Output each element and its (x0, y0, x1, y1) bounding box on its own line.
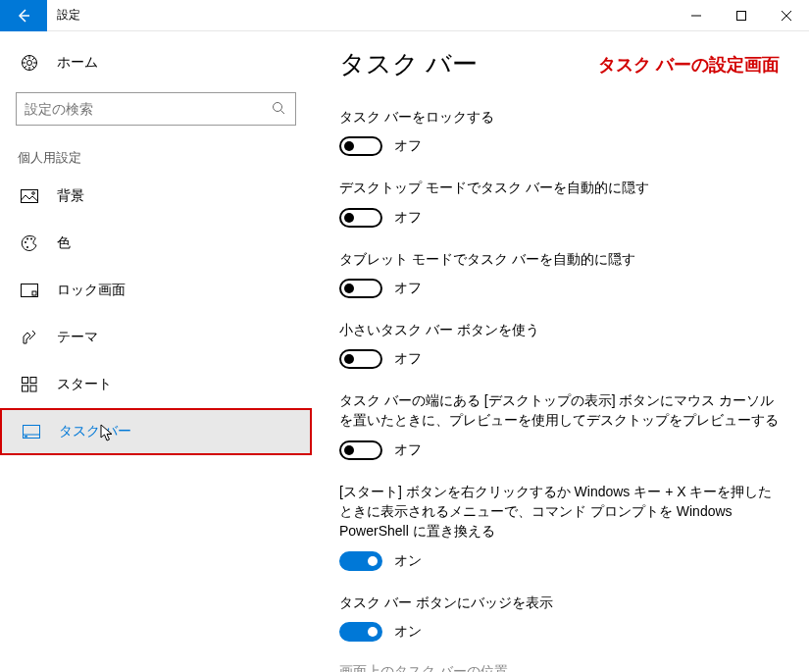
toggle-state-text: オフ (394, 209, 422, 227)
start-icon (20, 375, 39, 394)
sidebar: ホーム 個人用設定 背景 色 (0, 31, 312, 672)
back-button[interactable] (0, 0, 47, 31)
toggle-state-text: オン (394, 623, 422, 641)
toggle-state-text: オフ (394, 441, 422, 459)
sidebar-item-background[interactable]: 背景 (0, 173, 312, 220)
svg-point-15 (274, 102, 282, 111)
taskbar-icon (22, 422, 41, 441)
search-input[interactable] (17, 97, 262, 121)
toggle-autohide-tablet[interactable] (339, 279, 382, 298)
toggle-powershell-replace[interactable] (339, 551, 382, 571)
sidebar-item-label: 色 (57, 234, 71, 252)
sidebar-item-label: テーマ (57, 329, 98, 346)
annotation-text: タスク バーの設定画面 (598, 47, 780, 77)
svg-rect-25 (23, 378, 28, 384)
setting-show-badges: タスク バー ボタンにバッジを表示 オン (339, 593, 780, 642)
toggle-peek-preview[interactable] (339, 440, 382, 460)
svg-rect-31 (25, 436, 27, 438)
header-row: タスク バー タスク バーの設定画面 (339, 47, 780, 81)
window-title: 設定 (47, 7, 674, 24)
svg-rect-28 (30, 386, 36, 391)
setting-label: タスク バーをロックする (339, 107, 780, 127)
toggle-state-text: オフ (394, 137, 422, 155)
themes-icon (20, 328, 39, 347)
svg-rect-17 (22, 190, 38, 203)
setting-label: デスクトップ モードでタスク バーを自動的に隠す (339, 178, 780, 197)
maximize-button[interactable] (719, 0, 764, 31)
arrow-left-icon (16, 8, 31, 24)
svg-line-12 (32, 66, 34, 68)
setting-lock-taskbar: タスク バーをロックする オフ (339, 107, 780, 156)
picture-icon (20, 186, 39, 206)
minimize-icon (691, 11, 701, 21)
palette-icon (20, 233, 39, 253)
setting-label: [スタート] ボタンを右クリックするか Windows キー + X キーを押し… (339, 482, 780, 542)
setting-label: 小さいタスク バー ボタンを使う (339, 320, 780, 339)
svg-line-16 (281, 110, 285, 114)
sidebar-item-label: スタート (57, 376, 112, 393)
toggle-state-text: オフ (394, 350, 422, 368)
toggle-autohide-desktop[interactable] (339, 208, 382, 228)
setting-label: タスク バー ボタンにバッジを表示 (339, 593, 780, 612)
lockscreen-icon (20, 281, 39, 300)
close-icon (782, 11, 791, 21)
svg-line-13 (32, 58, 34, 60)
setting-taskbar-location-label: 画面上のタスク バーの位置 (339, 663, 780, 672)
sidebar-item-taskbar[interactable]: タスク バー (0, 408, 312, 455)
search-container (0, 86, 312, 139)
sidebar-group-header: 個人用設定 (0, 139, 312, 173)
sidebar-item-label: タスク バー (59, 423, 131, 440)
close-button[interactable] (764, 0, 809, 31)
minimize-button[interactable] (674, 0, 719, 31)
svg-rect-2 (737, 11, 746, 20)
sidebar-item-label: ロック画面 (57, 282, 126, 299)
sidebar-item-start[interactable]: スタート (0, 361, 312, 408)
setting-peek-preview: タスク バーの端にある [デスクトップの表示] ボタンにマウス カーソルを置いた… (339, 390, 780, 460)
svg-point-6 (27, 61, 32, 66)
svg-point-20 (26, 238, 28, 240)
svg-line-11 (25, 58, 26, 60)
svg-point-22 (26, 246, 28, 248)
toggle-state-text: オフ (394, 280, 422, 297)
home-icon (20, 53, 39, 73)
main-content: タスク バー タスク バーの設定画面 タスク バーをロックする オフ デスクトッ… (312, 31, 809, 672)
svg-point-21 (30, 238, 32, 240)
setting-small-buttons: 小さいタスク バー ボタンを使う オフ (339, 320, 780, 369)
window-titlebar: 設定 (0, 0, 809, 31)
page-title: タスク バー (339, 47, 478, 81)
toggle-small-buttons[interactable] (339, 349, 382, 369)
sidebar-item-label: 背景 (57, 187, 84, 205)
svg-rect-24 (32, 291, 36, 295)
toggle-lock-taskbar[interactable] (339, 136, 382, 156)
setting-autohide-tablet: タブレット モードでタスク バーを自動的に隠す オフ (339, 249, 780, 298)
svg-rect-27 (23, 386, 28, 391)
search-icon (262, 101, 295, 118)
setting-label: タブレット モードでタスク バーを自動的に隠す (339, 249, 780, 269)
sidebar-home-label: ホーム (57, 54, 98, 72)
toggle-show-badges[interactable] (339, 622, 382, 642)
setting-label: タスク バーの端にある [デスクトップの表示] ボタンにマウス カーソルを置いた… (339, 390, 780, 431)
sidebar-item-colors[interactable]: 色 (0, 220, 312, 267)
svg-rect-26 (30, 378, 36, 384)
svg-line-14 (25, 66, 26, 68)
setting-autohide-desktop: デスクトップ モードでタスク バーを自動的に隠す オフ (339, 178, 780, 227)
svg-point-19 (25, 241, 26, 243)
search-box[interactable] (16, 92, 296, 126)
maximize-icon (736, 11, 746, 21)
sidebar-item-themes[interactable]: テーマ (0, 314, 312, 361)
toggle-state-text: オン (394, 552, 422, 570)
sidebar-home[interactable]: ホーム (0, 39, 312, 86)
setting-powershell-replace: [スタート] ボタンを右クリックするか Windows キー + X キーを押し… (339, 482, 780, 571)
window-controls (674, 0, 809, 31)
svg-point-18 (32, 192, 35, 195)
sidebar-item-lockscreen[interactable]: ロック画面 (0, 267, 312, 314)
